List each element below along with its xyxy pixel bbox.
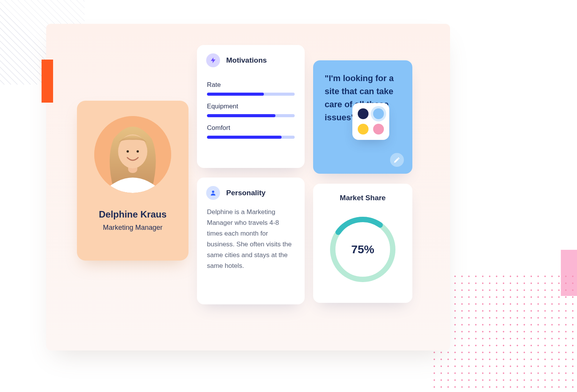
progress-track	[207, 114, 295, 117]
personality-card[interactable]: Personality Delphine is a Marketing Mana…	[197, 178, 305, 304]
color-palette-popover[interactable]	[352, 103, 389, 140]
market-share-value: 75%	[326, 213, 399, 286]
motivation-item: Comfort	[207, 124, 295, 139]
personality-title: Personality	[226, 189, 265, 197]
palette-swatch-lightblue[interactable]	[373, 108, 384, 119]
avatar-illustration	[94, 116, 171, 193]
motivations-title: Motivations	[226, 56, 267, 65]
market-share-card[interactable]: Market Share 75%	[313, 184, 412, 303]
profile-name: Delphine Kraus	[99, 209, 167, 220]
decorative-orange-bar	[42, 60, 53, 103]
motivation-label: Rate	[207, 81, 295, 89]
motivations-list: Rate Equipment Comfort	[197, 71, 305, 146]
motivation-item: Rate	[207, 81, 295, 96]
market-share-donut: 75%	[326, 213, 399, 286]
highlighter-icon[interactable]	[390, 153, 404, 167]
profile-role: Marketing Manager	[103, 224, 162, 232]
bolt-icon	[206, 53, 220, 67]
personality-body: Delphine is a Marketing Manager who trav…	[197, 204, 305, 281]
progress-fill	[207, 93, 264, 96]
canvas-stage: Delphine Kraus Marketing Manager Motivat…	[46, 24, 450, 350]
svg-point-5	[137, 150, 139, 153]
progress-fill	[207, 114, 275, 117]
palette-swatch-yellow[interactable]	[358, 124, 369, 135]
progress-fill	[207, 136, 282, 139]
avatar	[94, 116, 171, 193]
progress-track	[207, 136, 295, 139]
palette-swatch-pink[interactable]	[373, 124, 384, 135]
progress-track	[207, 93, 295, 96]
decorative-dots	[431, 273, 577, 392]
market-share-title: Market Share	[340, 194, 385, 202]
person-icon	[206, 186, 220, 200]
palette-swatch-navy[interactable]	[358, 108, 369, 119]
motivations-card[interactable]: Motivations Rate Equipment Comfort	[197, 45, 305, 168]
svg-point-6	[212, 191, 214, 193]
profile-card[interactable]: Delphine Kraus Marketing Manager	[77, 101, 188, 261]
svg-point-4	[127, 150, 129, 153]
motivation-label: Equipment	[207, 103, 295, 110]
motivation-label: Comfort	[207, 124, 295, 132]
motivation-item: Equipment	[207, 103, 295, 117]
